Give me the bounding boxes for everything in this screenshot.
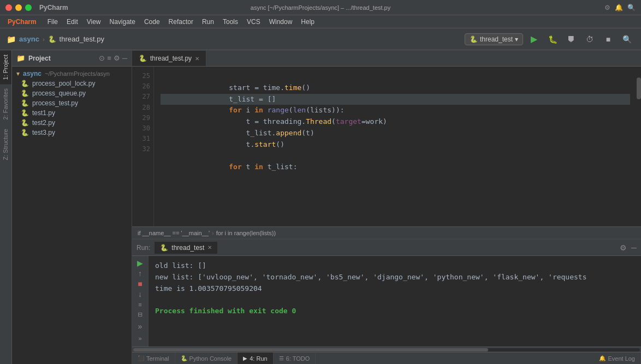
menu-edit[interactable]: Edit bbox=[63, 17, 81, 27]
menu-tools[interactable]: Tools bbox=[219, 17, 241, 27]
line-numbers: 25 26 27 28 29 30 31 32 bbox=[132, 67, 154, 226]
profile-button[interactable]: ⏱ bbox=[582, 32, 597, 47]
tab-run[interactable]: ▶ 4: Run bbox=[238, 353, 273, 364]
close-button[interactable] bbox=[5, 4, 12, 11]
tab-terminal[interactable]: ⬛ Terminal bbox=[132, 353, 175, 364]
run-label: Run: bbox=[136, 244, 150, 252]
traffic-lights: PyCharm bbox=[5, 4, 68, 11]
menu-run[interactable]: Run bbox=[199, 17, 217, 27]
py-file-icon: 🐍 bbox=[21, 129, 29, 136]
debug-button[interactable]: 🐛 bbox=[545, 32, 560, 47]
coverage-button[interactable]: ⛊ bbox=[563, 32, 579, 47]
file-process-pool-lock[interactable]: 🐍 process_pool_lock.py bbox=[12, 79, 132, 88]
file-process-test[interactable]: 🐍 process_test.py bbox=[12, 98, 132, 108]
minimize-button[interactable] bbox=[15, 4, 22, 11]
file-test1[interactable]: 🐍 test1.py bbox=[12, 108, 132, 118]
run-expand-button[interactable]: » bbox=[134, 320, 146, 332]
menu-window[interactable]: Window bbox=[266, 17, 296, 27]
panel-collapse-icon[interactable]: ≡ bbox=[107, 54, 111, 62]
fullscreen-button[interactable] bbox=[25, 4, 32, 11]
code-line-32: for t in t_list: bbox=[161, 151, 630, 162]
menu-pycharm[interactable]: PyCharm bbox=[4, 17, 40, 27]
run-button[interactable]: ▶ bbox=[526, 32, 542, 47]
output-line-2: new list: ['uvloop_new', 'tornado_new', … bbox=[155, 272, 634, 283]
project-folder-icon: 📁 bbox=[16, 54, 25, 62]
code-editor[interactable]: 25 26 27 28 29 30 31 32 start = time.tim… bbox=[132, 67, 641, 226]
run-icon: ▶ bbox=[243, 355, 247, 361]
file-test3[interactable]: 🐍 test3.py bbox=[12, 128, 132, 138]
search-everywhere-button[interactable]: 🔍 bbox=[619, 32, 634, 47]
tab-event-log-label: Event Log bbox=[608, 355, 635, 362]
run-output: old list: [] new list: ['uvloop_new', 't… bbox=[149, 256, 641, 347]
tab-terminal-label: Terminal bbox=[146, 355, 169, 362]
scrollbar-thumb[interactable] bbox=[637, 77, 641, 99]
editor-tab-thread-test[interactable]: 🐍 thread_test.py ✕ bbox=[132, 51, 206, 66]
tab-event-log[interactable]: 🔔 Event Log bbox=[593, 353, 641, 364]
sidebar-item-structure[interactable]: Z: Structure bbox=[0, 124, 11, 164]
terminal-icon: ⬛ bbox=[138, 355, 144, 361]
panel-locate-icon[interactable]: ⊙ bbox=[99, 54, 105, 62]
run-restart-button[interactable]: ▶ bbox=[134, 258, 146, 267]
title-bar: PyCharm async [~/PycharmProjects/async] … bbox=[0, 0, 641, 15]
tab-todo[interactable]: ☰ 6: TODO bbox=[274, 353, 316, 364]
run-config-icon: 🐍 bbox=[470, 35, 478, 43]
run-tab-name: thread_test bbox=[171, 244, 204, 252]
tab-label: thread_test.py bbox=[150, 55, 192, 62]
file-name: process_test.py bbox=[32, 99, 78, 107]
python-file-icon: 🐍 bbox=[48, 35, 56, 43]
window-title: async [~/PycharmProjects/async] – .../th… bbox=[251, 4, 390, 11]
app-name: PyCharm bbox=[39, 4, 68, 11]
todo-icon: ☰ bbox=[279, 355, 284, 361]
menu-refactor[interactable]: Refactor bbox=[165, 17, 197, 27]
run-panel: Run: 🐍 thread_test ✕ ⚙ ─ ▶ ↑ bbox=[132, 238, 641, 364]
tab-file-icon: 🐍 bbox=[139, 55, 147, 62]
menu-help[interactable]: Help bbox=[298, 17, 318, 27]
tab-python-console[interactable]: 🐍 Python Console bbox=[175, 353, 238, 364]
project-root[interactable]: ▾ async ~/PycharmProjects/asyn bbox=[12, 69, 132, 79]
run-collapse-button[interactable]: » bbox=[134, 332, 146, 344]
run-content: ▶ ↑ ■ ↓ ≡ ⊟ » » old list: [] bbox=[132, 256, 641, 347]
code-line-25: start = time.time() bbox=[161, 71, 630, 82]
menu-code[interactable]: Code bbox=[141, 17, 163, 27]
run-sidebar: ▶ ↑ ■ ↓ ≡ ⊟ » » bbox=[132, 256, 149, 347]
file-name: process_pool_lock.py bbox=[32, 80, 95, 87]
menu-navigate[interactable]: Navigate bbox=[106, 17, 139, 27]
run-settings-button[interactable]: ⚙ bbox=[620, 243, 627, 252]
h-scroll-track bbox=[133, 348, 640, 351]
py-file-icon: 🐍 bbox=[21, 119, 29, 127]
file-process-queue[interactable]: 🐍 process_queue.py bbox=[12, 88, 132, 98]
run-minimize-button[interactable]: ─ bbox=[631, 243, 637, 252]
editor-scrollbar[interactable] bbox=[637, 67, 641, 226]
run-print-button[interactable]: ⊟ bbox=[134, 310, 146, 319]
run-wrap-button[interactable]: ≡ bbox=[134, 300, 146, 309]
bottom-tool-tabs: ⬛ Terminal 🐍 Python Console ▶ 4: Run ☰ 6… bbox=[132, 352, 641, 364]
stop-button[interactable]: ■ bbox=[601, 32, 616, 47]
run-scroll-down-button[interactable]: ↓ bbox=[134, 289, 146, 299]
code-content[interactable]: start = time.time() t_list = [] for i in… bbox=[154, 67, 637, 226]
run-tab-icon: 🐍 bbox=[160, 244, 168, 252]
run-config-selector[interactable]: 🐍 thread_test ▾ bbox=[465, 33, 523, 45]
title-bar-controls: ⚙ 🔔 🔍 bbox=[604, 4, 636, 11]
file-name: test1.py bbox=[32, 109, 55, 117]
menu-vcs[interactable]: VCS bbox=[244, 17, 264, 27]
h-scroll-thumb[interactable] bbox=[133, 348, 488, 351]
panel-close-icon[interactable]: ─ bbox=[122, 54, 127, 62]
breadcrumb-file: thread_test.py bbox=[60, 35, 104, 43]
tab-close-button[interactable]: ✕ bbox=[195, 56, 199, 62]
toolbar-right: 🐍 thread_test ▾ ▶ 🐛 ⛊ ⏱ ■ 🔍 bbox=[465, 32, 634, 47]
tab-python-console-label: Python Console bbox=[189, 355, 232, 362]
run-tab-thread-test[interactable]: 🐍 thread_test ✕ bbox=[155, 242, 217, 254]
panel-settings-icon[interactable]: ⚙ bbox=[114, 54, 120, 62]
tab-todo-label: 6: TODO bbox=[286, 355, 310, 362]
event-log-icon: 🔔 bbox=[599, 355, 606, 361]
run-tab-close[interactable]: ✕ bbox=[207, 244, 212, 250]
sidebar-item-project[interactable]: 1: Project bbox=[0, 50, 11, 84]
menu-file[interactable]: File bbox=[44, 17, 61, 27]
run-scroll-up-button[interactable]: ↑ bbox=[134, 268, 146, 278]
sidebar-item-favorites[interactable]: 2: Favorites bbox=[0, 84, 11, 124]
menu-view[interactable]: View bbox=[84, 17, 104, 27]
file-test2[interactable]: 🐍 test2.py bbox=[12, 118, 132, 128]
editor-area: 🐍 thread_test.py ✕ 25 26 27 28 29 30 31 … bbox=[132, 50, 641, 364]
run-horizontal-scrollbar[interactable] bbox=[132, 347, 641, 352]
run-stop-button[interactable]: ■ bbox=[134, 279, 146, 288]
